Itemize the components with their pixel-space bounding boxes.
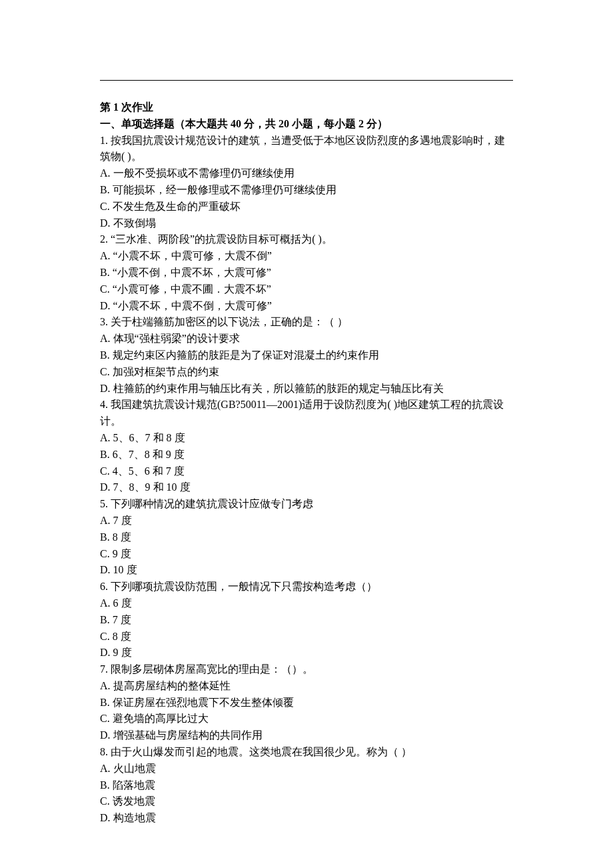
question-option: B. 8 度 bbox=[100, 529, 513, 546]
question: 3. 关于柱端箍筋加密区的以下说法，正确的是：（ ）A. 体现“强柱弱梁”的设计… bbox=[100, 314, 513, 397]
question-option: D. 构造地震 bbox=[100, 810, 513, 827]
question-option: A. 6 度 bbox=[100, 595, 513, 612]
question-option: D. 增强基础与房屋结构的共同作用 bbox=[100, 727, 513, 744]
question-option: C. 4、5、6 和 7 度 bbox=[100, 463, 513, 480]
question-option: D. 不致倒塌 bbox=[100, 215, 513, 232]
question-option: B. “小震不倒，中震不坏，大震可修” bbox=[100, 265, 513, 281]
question-option: D. 10 度 bbox=[100, 562, 513, 579]
question-option: D. 9 度 bbox=[100, 645, 513, 661]
section-title: 一、单项选择题（本大题共 40 分，共 20 小题，每小题 2 分） bbox=[100, 116, 513, 133]
question: 7. 限制多层砌体房屋高宽比的理由是：（）。A. 提高房屋结构的整体延性B. 保… bbox=[100, 661, 513, 744]
question-option: B. 保证房屋在强烈地震下不发生整体倾覆 bbox=[100, 695, 513, 711]
question-option: C. 9 度 bbox=[100, 546, 513, 563]
question-option: C. 不发生危及生命的严重破坏 bbox=[100, 199, 513, 215]
question: 6. 下列哪项抗震设防范围，一般情况下只需按构造考虑（）A. 6 度B. 7 度… bbox=[100, 579, 513, 661]
question-option: C. 诱发地震 bbox=[100, 793, 513, 810]
question-option: A. 一般不受损坏或不需修理仍可继续使用 bbox=[100, 165, 513, 182]
question-stem: 6. 下列哪项抗震设防范围，一般情况下只需按构造考虑（） bbox=[100, 579, 513, 595]
question-option: B. 可能损坏，经一般修理或不需修理仍可继续使用 bbox=[100, 182, 513, 199]
question-option: A. 7 度 bbox=[100, 513, 513, 529]
question-stem: 1. 按我国抗震设计规范设计的建筑，当遭受低于本地区设防烈度的多遇地震影响时，建… bbox=[100, 133, 513, 166]
question-option: B. 规定约束区内箍筋的肢距是为了保证对混凝土的约束作用 bbox=[100, 347, 513, 364]
question-option: A. 5、6、7 和 8 度 bbox=[100, 430, 513, 447]
question-option: C. 避免墙的高厚比过大 bbox=[100, 711, 513, 727]
question-option: B. 6、7、8 和 9 度 bbox=[100, 447, 513, 463]
question-option: A. “小震不坏，中震可修，大震不倒” bbox=[100, 248, 513, 265]
question-stem: 4. 我国建筑抗震设计规范(GB?50011—2001)适用于设防烈度为( )地… bbox=[100, 397, 513, 430]
question-option: C. “小震可修，中震不圃．大震不坏” bbox=[100, 281, 513, 298]
question-option: D. 柱箍筋的约束作用与轴压比有关，所以箍筋的肢距的规定与轴压比有关 bbox=[100, 381, 513, 397]
question-option: C. 加强对框架节点的约束 bbox=[100, 364, 513, 381]
question-stem: 5. 下列哪种情况的建筑抗震设计应做专门考虑 bbox=[100, 496, 513, 513]
question: 5. 下列哪种情况的建筑抗震设计应做专门考虑A. 7 度B. 8 度C. 9 度… bbox=[100, 496, 513, 579]
question: 4. 我国建筑抗震设计规范(GB?50011—2001)适用于设防烈度为( )地… bbox=[100, 397, 513, 496]
questions-container: 1. 按我国抗震设计规范设计的建筑，当遭受低于本地区设防烈度的多遇地震影响时，建… bbox=[100, 133, 513, 827]
question: 1. 按我国抗震设计规范设计的建筑，当遭受低于本地区设防烈度的多遇地震影响时，建… bbox=[100, 133, 513, 232]
question-stem: 7. 限制多层砌体房屋高宽比的理由是：（）。 bbox=[100, 661, 513, 678]
question-option: A. 体现“强柱弱梁”的设计要求 bbox=[100, 331, 513, 347]
question-option: D. “小震不坏，中震不倒，大震可修” bbox=[100, 298, 513, 315]
top-horizontal-rule bbox=[100, 80, 513, 81]
question-stem: 8. 由于火山爆发而引起的地震。这类地震在我国很少见。称为（ ） bbox=[100, 744, 513, 761]
assignment-title: 第 1 次作业 bbox=[100, 99, 513, 116]
question-option: B. 陷落地震 bbox=[100, 777, 513, 794]
question-option: C. 8 度 bbox=[100, 629, 513, 645]
question-option: A. 火山地震 bbox=[100, 761, 513, 777]
question-option: B. 7 度 bbox=[100, 612, 513, 629]
question-stem: 3. 关于柱端箍筋加密区的以下说法，正确的是：（ ） bbox=[100, 314, 513, 331]
question-option: D. 7、8、9 和 10 度 bbox=[100, 479, 513, 496]
question-option: A. 提高房屋结构的整体延性 bbox=[100, 678, 513, 695]
question: 2. “三水准、两阶段”的抗震设防目标可概括为( )。A. “小震不坏，中震可修… bbox=[100, 231, 513, 314]
question-stem: 2. “三水准、两阶段”的抗震设防目标可概括为( )。 bbox=[100, 231, 513, 248]
question: 8. 由于火山爆发而引起的地震。这类地震在我国很少见。称为（ ）A. 火山地震B… bbox=[100, 744, 513, 827]
